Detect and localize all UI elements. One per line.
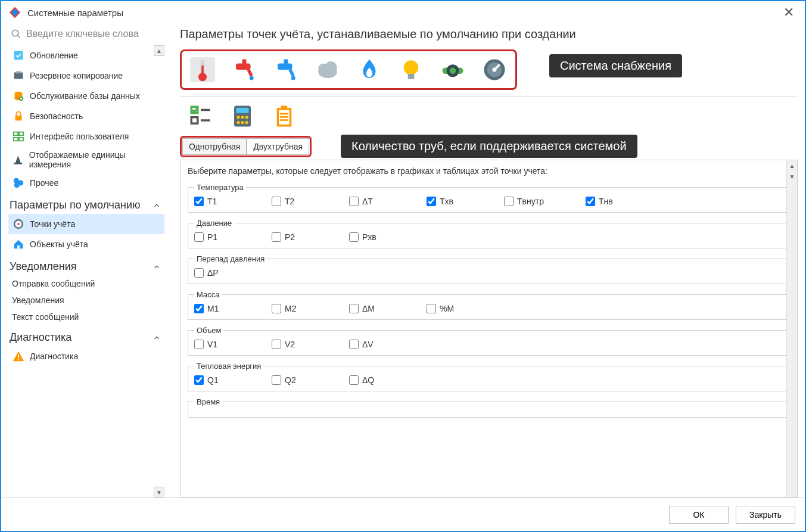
ok-button[interactable]: ОК xyxy=(669,506,729,524)
db-icon xyxy=(12,89,25,102)
param-checkbox[interactable]: P2 xyxy=(272,232,307,242)
svg-rect-23 xyxy=(17,245,20,249)
param-checkbox[interactable]: V2 xyxy=(272,340,307,349)
sidebar-item-label: Обслуживание базы данных xyxy=(30,91,140,101)
search-box[interactable]: Введите ключевые слова xyxy=(8,24,164,45)
pipe-tab[interactable]: Двухтрубная xyxy=(247,138,309,155)
svg-rect-12 xyxy=(14,132,18,136)
checkbox[interactable] xyxy=(194,304,204,313)
checkbox[interactable] xyxy=(349,232,359,242)
sidebar-item-label: Точки учёта xyxy=(30,219,75,229)
group-title: Тепловая энергия xyxy=(194,362,263,371)
checkbox[interactable] xyxy=(272,197,281,206)
checkbox[interactable] xyxy=(272,304,281,313)
param-checkbox[interactable]: T2 xyxy=(272,197,307,206)
scroll-up-button[interactable]: ▲ xyxy=(154,45,164,56)
param-checkbox[interactable]: Pхв xyxy=(349,232,385,242)
checkbox[interactable] xyxy=(194,197,204,206)
checkbox[interactable] xyxy=(349,375,359,385)
checkbox[interactable] xyxy=(272,375,281,385)
sidebar-item[interactable]: Обновление xyxy=(8,45,164,66)
checkbox[interactable] xyxy=(427,197,436,206)
chevron-up-icon xyxy=(153,334,161,342)
svg-rect-30 xyxy=(242,60,247,66)
checkbox-label: T2 xyxy=(285,197,294,206)
param-checkbox[interactable]: Q2 xyxy=(272,375,307,385)
sidebar-item[interactable]: Диагностика xyxy=(8,346,164,366)
sidebar-item-label: Отображаемые единицы измерения xyxy=(29,150,161,169)
section-notify[interactable]: Уведомления xyxy=(8,254,164,275)
section-diag[interactable]: Диагностика xyxy=(8,325,164,346)
param-checkbox[interactable]: %M xyxy=(427,304,462,313)
sidebar-item[interactable]: Резервное копирование xyxy=(8,66,164,86)
scroll-down-icon[interactable]: ▼ xyxy=(787,171,797,182)
checkbox[interactable] xyxy=(194,340,204,349)
main-title: Параметры точек учёта, устанавливаемые п… xyxy=(180,24,798,49)
sidebar-item[interactable]: Точки учёта xyxy=(8,214,164,234)
sidebar-item-label: Диагностика xyxy=(30,351,78,361)
param-checkbox[interactable]: ΔP xyxy=(194,268,230,278)
param-checkbox[interactable]: M1 xyxy=(194,304,230,313)
checkbox[interactable] xyxy=(194,268,204,278)
sewage-icon[interactable] xyxy=(440,57,465,82)
search-icon xyxy=(11,29,21,39)
checkbox[interactable] xyxy=(194,232,204,242)
checkbox[interactable] xyxy=(194,375,204,385)
checkbox[interactable] xyxy=(349,304,359,313)
bulb-icon[interactable] xyxy=(399,57,424,82)
hot-tap-icon[interactable] xyxy=(232,57,257,82)
checkbox[interactable] xyxy=(586,197,595,206)
svg-rect-39 xyxy=(408,74,415,79)
window-frame: Системные параметры ✕ Введите ключевые с… xyxy=(0,0,806,532)
svg-point-53 xyxy=(236,116,239,119)
close-icon[interactable]: ✕ xyxy=(780,5,798,20)
pipe-tab[interactable]: Однотрубная xyxy=(182,138,247,155)
chevron-up-icon xyxy=(153,201,161,210)
checkbox[interactable] xyxy=(349,197,359,206)
checklist-icon[interactable] xyxy=(188,104,213,129)
checkbox[interactable] xyxy=(272,340,281,349)
sidebar-item[interactable]: Уведомления xyxy=(8,292,164,309)
scroll-down-button[interactable]: ▼ xyxy=(154,487,164,497)
param-checkbox[interactable]: V1 xyxy=(194,340,230,349)
thermometer-icon[interactable] xyxy=(190,57,215,82)
param-checkbox[interactable]: Q1 xyxy=(194,375,230,385)
sidebar-item[interactable]: Объекты учёта xyxy=(8,234,164,254)
checkbox[interactable] xyxy=(349,340,359,349)
cloud-icon[interactable] xyxy=(315,57,340,82)
scroll-up-icon[interactable]: ▲ xyxy=(787,160,797,171)
gas-icon[interactable] xyxy=(357,57,382,82)
param-checkbox[interactable]: Tнв xyxy=(586,197,621,206)
param-checkbox[interactable]: P1 xyxy=(194,232,230,242)
checkbox-label: M1 xyxy=(207,304,219,313)
param-checkbox[interactable]: Tвнутр xyxy=(504,197,544,206)
close-button[interactable]: Закрыть xyxy=(736,506,795,524)
params-scrollbar[interactable]: ▲ ▼ xyxy=(786,160,797,497)
param-checkbox[interactable]: ΔT xyxy=(349,197,385,206)
param-checkbox[interactable]: Tхв xyxy=(427,197,462,206)
section-defaults[interactable]: Параметры по умолчанию xyxy=(8,193,164,214)
cold-tap-icon[interactable] xyxy=(273,57,298,82)
checkbox-label: P2 xyxy=(285,232,295,242)
checkbox[interactable] xyxy=(272,232,281,242)
sidebar-item[interactable]: Текст сообщений xyxy=(8,309,164,325)
param-checkbox[interactable]: M2 xyxy=(272,304,307,313)
sidebar-item[interactable]: Отображаемые единицы измерения xyxy=(8,147,164,173)
checkbox[interactable] xyxy=(504,197,514,206)
supply-system-row xyxy=(180,49,517,90)
clipboard-icon[interactable] xyxy=(272,104,297,129)
gauge-icon[interactable] xyxy=(482,57,507,82)
checkbox[interactable] xyxy=(427,304,436,313)
param-checkbox[interactable]: ΔV xyxy=(349,340,385,349)
sidebar-item[interactable]: Прочее xyxy=(8,173,164,193)
param-checkbox[interactable]: ΔQ xyxy=(349,375,385,385)
sidebar-item[interactable]: Интерфейс пользователя xyxy=(8,126,164,147)
sidebar-item[interactable]: Безопасность xyxy=(8,106,164,126)
sidebar-item[interactable]: Обслуживание базы данных xyxy=(8,86,164,106)
checkbox-label: M2 xyxy=(285,304,296,313)
param-group: МассаM1M2ΔM%M xyxy=(188,290,790,320)
param-checkbox[interactable]: ΔM xyxy=(349,304,385,313)
sidebar-item[interactable]: Отправка сообщений xyxy=(8,275,164,292)
param-checkbox[interactable]: T1 xyxy=(194,197,230,206)
calc-icon[interactable] xyxy=(230,104,255,129)
